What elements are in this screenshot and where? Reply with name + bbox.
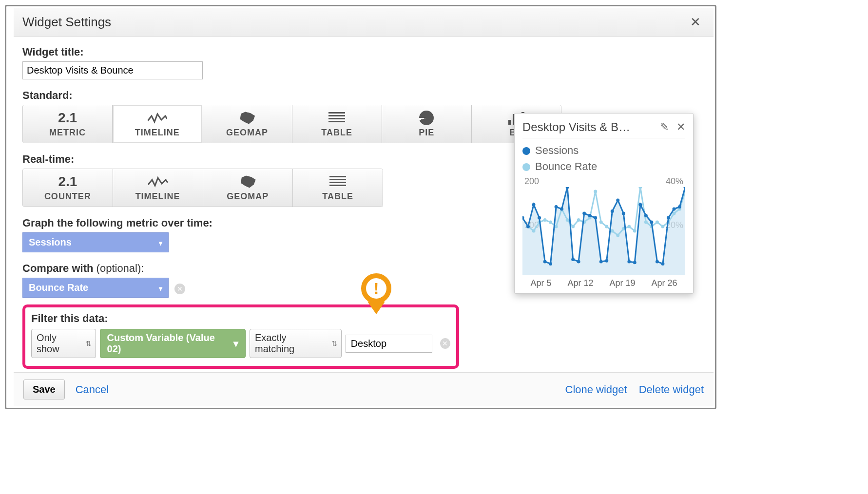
svg-point-32: [532, 203, 536, 207]
x-tick: Apr 5: [530, 278, 551, 288]
type-label: TIMELINE: [115, 128, 200, 138]
svg-point-10: [577, 218, 580, 222]
timeline-icon: [148, 176, 168, 188]
type-table-rt[interactable]: TABLE: [293, 169, 383, 207]
pie-icon: [419, 111, 434, 125]
filter-match-value: Exactly matching: [255, 332, 294, 354]
type-label: TIMELINE: [115, 191, 201, 202]
cancel-button[interactable]: Cancel: [76, 383, 109, 396]
dialog-footer: Save Cancel Clone widget Delete widget: [14, 372, 714, 406]
remove-filter-icon[interactable]: ✕: [440, 338, 450, 349]
delete-widget-link[interactable]: Delete widget: [639, 383, 704, 396]
geomap-icon: [239, 175, 256, 189]
pencil-icon[interactable]: ✎: [660, 121, 669, 133]
standard-label: Standard:: [22, 89, 705, 102]
svg-point-59: [684, 187, 685, 189]
type-label: COUNTER: [25, 191, 111, 202]
callout-arrow-icon: [367, 302, 385, 314]
svg-point-15: [605, 225, 608, 228]
add-filter-link[interactable]: Add a filter: [22, 372, 74, 372]
widget-title-input[interactable]: [22, 61, 203, 79]
filter-value-input[interactable]: [346, 335, 432, 353]
dialog-header: Widget Settings ✕: [14, 8, 714, 37]
compare-dropdown[interactable]: Bounce Rate: [22, 278, 169, 298]
metric-num-icon: 2.1: [58, 110, 77, 126]
filter-mode-select[interactable]: Only show: [31, 329, 96, 358]
svg-point-17: [616, 234, 619, 237]
counter-num-icon: 2.1: [58, 174, 77, 190]
legend-sessions: Sessions: [535, 144, 579, 156]
type-metric[interactable]: 2.1 METRIC: [23, 105, 113, 143]
svg-point-40: [577, 260, 580, 264]
svg-point-25: [661, 225, 664, 228]
x-tick: Apr 19: [609, 278, 635, 288]
y-right-top: 40%: [666, 176, 683, 187]
chart-svg: [522, 187, 685, 275]
svg-point-2: [532, 229, 536, 233]
svg-point-44: [599, 260, 603, 264]
svg-point-41: [582, 212, 586, 215]
preview-widget: Desktop Visits & B… ✎ ✕ Sessions Bounce …: [514, 113, 694, 294]
type-label: METRIC: [25, 128, 110, 138]
type-label: TABLE: [295, 191, 381, 202]
clone-widget-link[interactable]: Clone widget: [565, 383, 627, 396]
filter-dimension-value: Custom Variable (Value 02): [107, 332, 228, 355]
type-label: GEOMAP: [205, 191, 291, 202]
svg-point-19: [627, 225, 631, 228]
compare-label: Compare with: [22, 262, 93, 274]
svg-point-21: [638, 187, 642, 189]
svg-point-57: [672, 208, 675, 211]
filter-highlight-box: ! Filter this data: Only show Custom Var…: [22, 304, 459, 369]
svg-point-22: [644, 221, 648, 224]
svg-point-49: [627, 260, 631, 264]
chevron-down-icon: [233, 338, 238, 349]
svg-point-16: [611, 229, 614, 233]
compare-optional: (optional):: [93, 262, 144, 274]
svg-point-37: [560, 208, 563, 211]
svg-point-54: [656, 260, 659, 264]
svg-point-36: [555, 205, 558, 209]
svg-point-55: [661, 262, 664, 266]
type-geomap-rt[interactable]: GEOMAP: [203, 169, 293, 207]
svg-point-4: [543, 218, 547, 222]
metric-dropdown[interactable]: Sessions: [22, 232, 169, 252]
chart-area: 200 100 40% 20% Apr 5 Apr 12 Apr 19 Apr …: [522, 176, 685, 288]
realtime-type-row: 2.1 COUNTER TIMELINE GEOMAP TABLE: [22, 169, 383, 207]
svg-point-9: [571, 225, 575, 228]
y-left-top: 200: [524, 176, 539, 187]
legend: Sessions Bounce Rate: [522, 142, 685, 174]
x-tick: Apr 26: [651, 278, 677, 288]
save-button[interactable]: Save: [23, 380, 65, 399]
legend-dot-bounce: [522, 163, 530, 171]
type-timeline-rt[interactable]: TIMELINE: [113, 169, 203, 207]
filter-row: Only show Custom Variable (Value 02) Exa…: [31, 329, 450, 358]
metric-value: Sessions: [29, 237, 72, 248]
filter-dimension-dropdown[interactable]: Custom Variable (Value 02): [100, 329, 246, 358]
timeline-icon: [148, 112, 167, 124]
close-icon[interactable]: ✕: [686, 14, 705, 31]
svg-point-42: [588, 214, 592, 217]
svg-point-38: [566, 187, 569, 189]
svg-point-45: [605, 259, 608, 263]
type-geomap[interactable]: GEOMAP: [202, 105, 292, 143]
type-pie[interactable]: PIE: [382, 105, 472, 143]
svg-point-5: [549, 221, 552, 224]
type-timeline[interactable]: TIMELINE: [113, 105, 202, 143]
svg-point-48: [622, 212, 625, 215]
table-icon: [328, 112, 345, 124]
chevron-down-icon: [154, 282, 162, 293]
svg-point-14: [599, 221, 603, 224]
filter-match-select[interactable]: Exactly matching: [250, 329, 342, 358]
type-counter[interactable]: 2.1 COUNTER: [23, 169, 113, 207]
type-table[interactable]: TABLE: [292, 105, 382, 143]
svg-point-31: [526, 225, 530, 228]
filter-mode-value: Only show: [37, 332, 59, 354]
close-icon[interactable]: ✕: [676, 121, 685, 133]
svg-point-53: [650, 221, 653, 224]
legend-bounce: Bounce Rate: [535, 160, 597, 172]
type-label: GEOMAP: [204, 128, 289, 138]
legend-dot-sessions: [522, 147, 530, 155]
svg-point-50: [633, 261, 637, 264]
clear-compare-icon[interactable]: ✕: [174, 284, 185, 294]
svg-point-34: [543, 260, 547, 264]
